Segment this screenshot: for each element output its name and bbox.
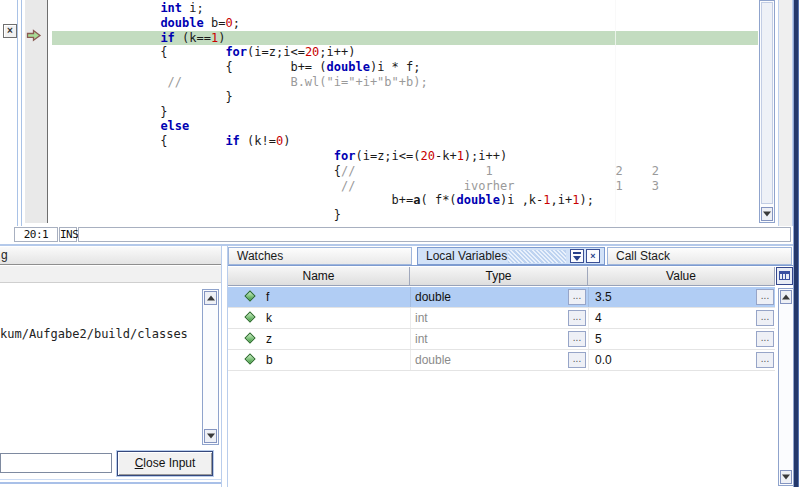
close-tab-button[interactable]: ×	[586, 249, 600, 263]
cursor-position: 20:1	[14, 227, 58, 242]
variable-value: 0.0	[595, 350, 612, 370]
variable-type: double	[415, 287, 451, 307]
type-ellipsis-button[interactable]: ...	[568, 310, 586, 326]
vertical-splitter[interactable]	[221, 246, 228, 487]
code-line[interactable]: // B.wl("i="+i+"b"+b);	[52, 75, 758, 90]
close-icon: ×	[7, 25, 13, 36]
column-header-type[interactable]: Type	[410, 267, 588, 286]
right-margin-line-overlay	[615, 0, 616, 223]
tab-call-stack[interactable]: Call Stack	[607, 247, 792, 265]
minimize-window-icon	[573, 252, 581, 254]
variable-name: k	[266, 308, 272, 328]
minimize-window-button[interactable]	[570, 249, 584, 263]
scroll-down-icon	[207, 434, 215, 439]
code-line[interactable]: { if (k!=0)	[52, 134, 758, 149]
output-panel-title-text: g	[1, 248, 8, 262]
input-row: Close Input	[0, 451, 222, 479]
table-row[interactable]: k int ... 4 ...	[228, 308, 775, 329]
debugger-views-panel: Watches Local Variables × Call Stack Nam…	[228, 246, 793, 487]
editor-gutter[interactable]	[25, 0, 47, 223]
columns-selector-button[interactable]	[776, 267, 793, 285]
code-editor[interactable]: int i; double b=0; if (k==1) { for(i=z;i…	[48, 0, 758, 223]
table-scroll-down-button[interactable]	[780, 470, 792, 484]
tab-watches[interactable]: Watches	[228, 247, 412, 265]
code-line[interactable]: int i;	[52, 1, 758, 16]
code-line[interactable]: }	[52, 105, 758, 120]
output-panel: g kum/Aufgabe2/build/classes Close Input	[0, 246, 222, 487]
close-input-label: lose Input	[143, 456, 195, 470]
close-icon: ×	[590, 251, 595, 261]
table-row[interactable]: z int ... 5 ...	[228, 329, 775, 350]
panel-bottom-border	[0, 479, 228, 487]
panel-close-button[interactable]: ×	[3, 24, 17, 38]
output-scroll-up-button[interactable]	[204, 291, 217, 305]
console-input[interactable]	[0, 453, 112, 473]
variable-type: int	[415, 308, 428, 328]
output-panel-toolbar	[0, 266, 222, 283]
code-line[interactable]: // ivorher 1 3	[52, 179, 758, 194]
code-line[interactable]: double b=0;	[52, 16, 758, 31]
code-line[interactable]: { b+= (double)i * f;	[52, 60, 758, 75]
output-scroll-down-button[interactable]	[204, 429, 217, 443]
table-scrollbar[interactable]	[778, 288, 794, 486]
variable-value: 4	[595, 308, 602, 328]
scroll-down-icon	[782, 475, 790, 480]
code-line[interactable]: b+=a( f*(double)i ,k-1,i+1);	[52, 193, 758, 208]
variable-diamond-icon	[244, 332, 255, 343]
variables-table-header: Name Type Value	[228, 267, 775, 286]
code-line[interactable]: if (k==1)	[52, 31, 758, 46]
variable-type: double	[415, 350, 451, 370]
scroll-down-icon	[763, 212, 771, 217]
column-header-name[interactable]: Name	[228, 267, 410, 286]
code-line[interactable]: {// 1 2 2	[52, 164, 758, 179]
value-ellipsis-button[interactable]: ...	[756, 331, 774, 347]
output-scrollbar[interactable]	[202, 289, 219, 445]
scroll-up-icon	[207, 296, 215, 301]
debugger-tabs: Watches Local Variables × Call Stack	[228, 247, 793, 266]
variable-diamond-icon	[244, 290, 255, 301]
editor-statusbar: 20:1 INS	[0, 226, 793, 243]
code-line[interactable]: { for(i=z;i<=20;i++)	[52, 45, 758, 60]
panel-edge-line	[17, 0, 22, 233]
code-line[interactable]: for(i=z;i<=(20-k+1);i++)	[52, 149, 758, 164]
value-ellipsis-button[interactable]: ...	[756, 289, 774, 305]
code-line[interactable]: }	[52, 208, 758, 223]
code-lines: int i; double b=0; if (k==1) { for(i=z;i…	[52, 1, 758, 223]
variable-value: 5	[595, 329, 602, 349]
code-line[interactable]: }	[52, 90, 758, 105]
variable-name: b	[266, 350, 273, 370]
status-message	[78, 227, 791, 242]
tab-call-stack-label: Call Stack	[616, 249, 670, 263]
tab-local-variables-label: Local Variables	[426, 249, 507, 263]
type-ellipsis-button[interactable]: ...	[568, 331, 586, 347]
minimize-window-icon-arrow	[573, 256, 581, 261]
tab-drag-texture	[508, 250, 566, 263]
editor-scroll-down-button[interactable]	[761, 207, 773, 221]
editor-scrollbar-thumb[interactable]	[761, 2, 773, 204]
value-ellipsis-button[interactable]: ...	[756, 310, 774, 326]
output-text: kum/Aufgabe2/build/classes	[0, 327, 188, 341]
tab-local-variables[interactable]: Local Variables ×	[417, 247, 605, 265]
execution-pointer-icon	[26, 29, 42, 45]
column-header-value[interactable]: Value	[588, 267, 775, 286]
columns-grid-icon	[779, 271, 790, 280]
tab-watches-label: Watches	[237, 249, 283, 263]
variable-name: f	[266, 287, 269, 307]
output-text-area[interactable]: kum/Aufgabe2/build/classes	[0, 284, 222, 451]
type-ellipsis-button[interactable]: ...	[568, 352, 586, 368]
table-scroll-up-button[interactable]	[780, 290, 792, 304]
variable-value: 3.5	[595, 287, 612, 307]
close-input-button[interactable]: Close Input	[117, 451, 213, 476]
code-line[interactable]: else	[52, 119, 758, 134]
table-row[interactable]: b double ... 0.0 ...	[228, 350, 775, 371]
table-row[interactable]: f double ... 3.5 ...	[228, 287, 775, 308]
editor-scrollbar[interactable]	[759, 0, 775, 223]
variable-name: z	[266, 329, 272, 349]
close-input-mnemonic: C	[135, 456, 144, 470]
value-ellipsis-button[interactable]: ...	[756, 352, 774, 368]
output-panel-title: g	[0, 247, 222, 265]
variable-type: int	[415, 329, 428, 349]
insert-mode-indicator: INS	[59, 227, 77, 242]
variable-diamond-icon	[244, 311, 255, 322]
type-ellipsis-button[interactable]: ...	[568, 289, 586, 305]
